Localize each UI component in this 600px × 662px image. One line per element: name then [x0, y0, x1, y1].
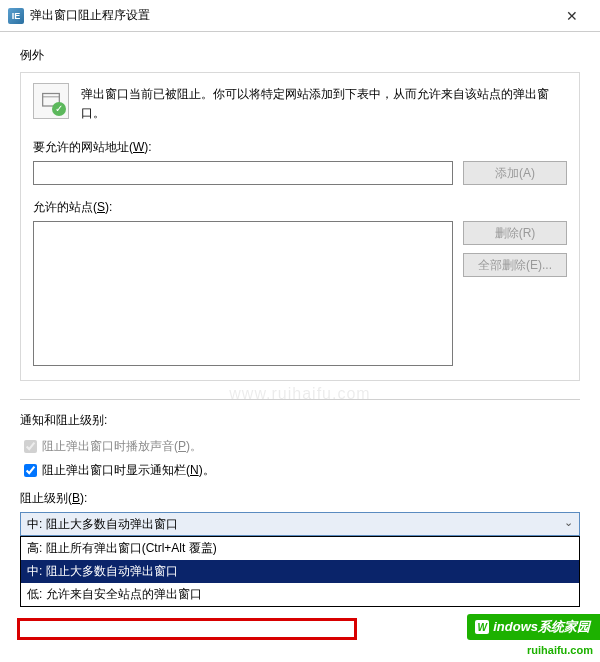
- show-bar-label: 阻止弹出窗口时显示通知栏(N)。: [42, 462, 215, 479]
- allowed-sites-label: 允许的站点(S):: [33, 199, 567, 216]
- titlebar: IE 弹出窗口阻止程序设置 ✕: [0, 0, 600, 32]
- block-level-select-wrap: 中: 阻止大多数自动弹出窗口 高: 阻止所有弹出窗口(Ctrl+Alt 覆盖) …: [20, 512, 580, 536]
- allowed-sites-row: 删除(R) 全部删除(E)...: [33, 221, 567, 366]
- allowed-sites-list[interactable]: [33, 221, 453, 366]
- show-bar-checkbox-row[interactable]: 阻止弹出窗口时显示通知栏(N)。: [20, 461, 580, 480]
- list-buttons: 删除(R) 全部删除(E)...: [463, 221, 567, 277]
- remove-all-button[interactable]: 全部删除(E)...: [463, 253, 567, 277]
- block-level-option-low[interactable]: 低: 允许来自安全站点的弹出窗口: [21, 583, 579, 606]
- remove-button[interactable]: 删除(R): [463, 221, 567, 245]
- exceptions-heading: 例外: [20, 47, 580, 64]
- address-input[interactable]: [33, 161, 453, 185]
- popup-blocked-icon: [33, 83, 69, 119]
- svg-rect-0: [43, 94, 60, 107]
- block-level-option-medium[interactable]: 中: 阻止大多数自动弹出窗口: [21, 560, 579, 583]
- play-sound-checkbox-row: 阻止弹出窗口时播放声音(P)。: [20, 437, 580, 456]
- address-label: 要允许的网站地址(W):: [33, 139, 567, 156]
- add-button[interactable]: 添加(A): [463, 161, 567, 185]
- notifications-heading: 通知和阻止级别:: [20, 412, 580, 429]
- app-icon: IE: [8, 8, 24, 24]
- show-bar-checkbox[interactable]: [24, 464, 37, 477]
- play-sound-checkbox: [24, 440, 37, 453]
- block-level-label: 阻止级别(B):: [20, 490, 580, 507]
- exceptions-group: 弹出窗口当前已被阻止。你可以将特定网站添加到下表中，从而允许来自该站点的弹出窗口…: [20, 72, 580, 381]
- window-title: 弹出窗口阻止程序设置: [30, 7, 552, 24]
- address-row: 添加(A): [33, 161, 567, 185]
- info-text: 弹出窗口当前已被阻止。你可以将特定网站添加到下表中，从而允许来自该站点的弹出窗口…: [81, 83, 567, 123]
- block-level-option-high[interactable]: 高: 阻止所有弹出窗口(Ctrl+Alt 覆盖): [21, 537, 579, 560]
- close-button[interactable]: ✕: [552, 8, 592, 24]
- info-row: 弹出窗口当前已被阻止。你可以将特定网站添加到下表中，从而允许来自该站点的弹出窗口…: [33, 83, 567, 123]
- block-level-dropdown: 高: 阻止所有弹出窗口(Ctrl+Alt 覆盖) 中: 阻止大多数自动弹出窗口 …: [20, 536, 580, 607]
- divider: [20, 399, 580, 400]
- play-sound-label: 阻止弹出窗口时播放声音(P)。: [42, 438, 202, 455]
- dialog-content: 例外 弹出窗口当前已被阻止。你可以将特定网站添加到下表中，从而允许来自该站点的弹…: [0, 32, 600, 541]
- logo-flag-icon: W: [475, 620, 489, 634]
- site-logo-badge: Windows系统家园: [467, 614, 600, 640]
- site-logo-sub: ruihaifu.com: [523, 644, 597, 656]
- block-level-select[interactable]: 中: 阻止大多数自动弹出窗口: [20, 512, 580, 536]
- annotation-highlight: [17, 618, 357, 640]
